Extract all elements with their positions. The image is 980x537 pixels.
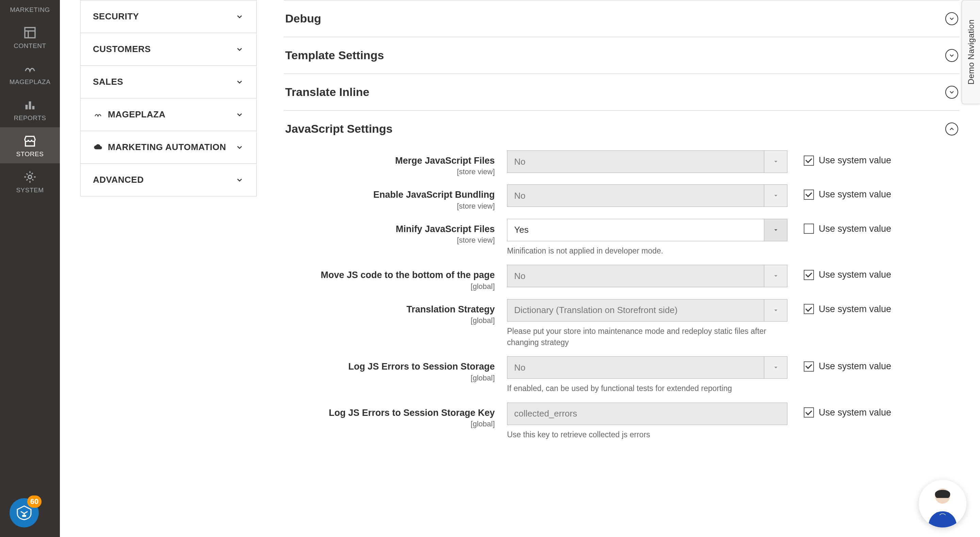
config-tab-mageplaza[interactable]: MAGEPLAZA bbox=[80, 98, 256, 131]
mageplaza-icon bbox=[93, 110, 103, 120]
nav-system[interactable]: SYSTEM bbox=[0, 163, 60, 199]
section-title: Debug bbox=[285, 12, 321, 25]
caret-down-icon bbox=[764, 185, 787, 207]
caret-down-icon bbox=[764, 265, 787, 287]
move-js-select[interactable]: No bbox=[507, 265, 788, 287]
svg-rect-10 bbox=[936, 512, 949, 519]
select-value: Yes bbox=[508, 219, 764, 241]
select-value: No bbox=[508, 357, 764, 378]
use-system-checkbox[interactable] bbox=[804, 270, 814, 280]
field-label: Move JS code to the bottom of the page bbox=[284, 269, 495, 281]
field-scope: [global] bbox=[284, 316, 495, 325]
field-log-js-errors: Log JS Errors to Session Storage [global… bbox=[284, 356, 959, 394]
merge-js-select[interactable]: No bbox=[507, 150, 788, 173]
use-system-checkbox[interactable] bbox=[804, 190, 814, 200]
field-label: Minify JavaScript Files bbox=[284, 223, 495, 235]
expand-icon bbox=[945, 12, 958, 25]
section-toggle-template[interactable]: Template Settings bbox=[284, 37, 959, 73]
minify-js-select[interactable]: Yes bbox=[507, 219, 788, 241]
nav-reports[interactable]: REPORTS bbox=[0, 91, 60, 127]
svg-rect-4 bbox=[29, 101, 31, 109]
use-system-checkbox[interactable] bbox=[804, 223, 814, 234]
field-merge-js: Merge JavaScript Files [store view] No U… bbox=[284, 150, 959, 176]
caret-down-icon bbox=[764, 300, 787, 321]
tab-label-text: SECURITY bbox=[93, 11, 139, 22]
log-js-key-input[interactable] bbox=[507, 403, 788, 425]
config-tab-advanced[interactable]: ADVANCED bbox=[80, 164, 256, 196]
chevron-down-icon bbox=[235, 12, 244, 21]
section-toggle-translate[interactable]: Translate Inline bbox=[284, 74, 959, 110]
main-content: Debug Template Settings Translate Inline… bbox=[267, 0, 980, 537]
nav-mageplaza[interactable]: MAGEPLAZA bbox=[0, 55, 60, 91]
use-system-checkbox[interactable] bbox=[804, 156, 814, 166]
demo-nav-label: Demo Navigation bbox=[966, 19, 976, 85]
field-scope: [store view] bbox=[284, 236, 495, 245]
select-value: No bbox=[508, 151, 764, 172]
translation-strategy-select[interactable]: Dictionary (Translation on Storefront si… bbox=[507, 299, 788, 322]
nav-label: MAGEPLAZA bbox=[10, 78, 51, 86]
gear-icon bbox=[22, 169, 37, 185]
use-system-label: Use system value bbox=[819, 407, 891, 418]
use-system-label: Use system value bbox=[819, 189, 891, 200]
caret-down-icon bbox=[764, 357, 787, 378]
store-icon bbox=[22, 134, 37, 148]
tab-label-text: CUSTOMERS bbox=[93, 44, 151, 54]
admin-leftnav: MARKETING CONTENT MAGEPLAZA REPORTS STOR… bbox=[0, 0, 60, 537]
nav-label: MARKETING bbox=[10, 6, 50, 14]
chevron-down-icon bbox=[235, 110, 244, 119]
svg-rect-3 bbox=[25, 105, 28, 109]
caret-down-icon bbox=[764, 219, 787, 241]
config-tab-marketing-automation[interactable]: MARKETING AUTOMATION bbox=[80, 131, 256, 164]
use-system-checkbox[interactable] bbox=[804, 407, 814, 417]
demo-navigation-toggle[interactable]: Demo Navigation bbox=[962, 0, 980, 104]
field-label: Merge JavaScript Files bbox=[284, 155, 495, 167]
chevron-down-icon bbox=[235, 143, 244, 152]
section-toggle-js[interactable]: JavaScript Settings bbox=[284, 111, 959, 147]
nav-stores[interactable]: STORES bbox=[0, 127, 60, 163]
use-system-label: Use system value bbox=[819, 304, 891, 314]
chevron-down-icon bbox=[235, 175, 244, 185]
js-bundling-select[interactable]: No bbox=[507, 185, 788, 207]
nav-content[interactable]: CONTENT bbox=[0, 19, 60, 55]
field-log-js-key: Log JS Errors to Session Storage Key [gl… bbox=[284, 403, 959, 440]
field-scope: [global] bbox=[284, 374, 495, 382]
field-note: If enabled, can be used by functional te… bbox=[507, 383, 788, 394]
section-title: JavaScript Settings bbox=[285, 122, 393, 135]
field-scope: [store view] bbox=[284, 167, 495, 176]
use-system-checkbox[interactable] bbox=[804, 304, 814, 314]
collapse-icon bbox=[945, 123, 958, 135]
field-minify-js: Minify JavaScript Files [store view] Yes… bbox=[284, 219, 959, 257]
caret-down-icon bbox=[764, 151, 787, 172]
section-toggle-debug[interactable]: Debug bbox=[284, 0, 959, 37]
cloud-icon bbox=[93, 142, 103, 153]
field-label: Log JS Errors to Session Storage bbox=[284, 360, 495, 373]
chevron-down-icon bbox=[235, 45, 244, 54]
field-note: Minification is not applied in developer… bbox=[507, 245, 788, 257]
nav-label: REPORTS bbox=[14, 114, 46, 122]
config-tab-customers[interactable]: CUSTOMERS bbox=[80, 33, 256, 66]
config-tab-security[interactable]: SECURITY bbox=[80, 0, 256, 33]
svg-rect-0 bbox=[25, 27, 35, 38]
barchart-icon bbox=[22, 97, 37, 112]
chevron-down-icon bbox=[235, 78, 244, 86]
nav-marketing[interactable]: MARKETING bbox=[0, 0, 60, 19]
field-label: Log JS Errors to Session Storage Key bbox=[284, 407, 495, 419]
tab-label-text: MARKETING AUTOMATION bbox=[108, 142, 226, 153]
field-label: Translation Strategy bbox=[284, 303, 495, 316]
notification-count: 60 bbox=[27, 496, 41, 508]
mageplaza-icon bbox=[22, 61, 37, 76]
help-launcher[interactable]: 60 bbox=[10, 498, 39, 527]
field-note: Use this key to retrieve collected js er… bbox=[507, 429, 788, 440]
layout-icon bbox=[22, 25, 37, 40]
use-system-label: Use system value bbox=[819, 155, 891, 166]
tab-label-text: SALES bbox=[93, 76, 123, 87]
use-system-checkbox[interactable] bbox=[804, 362, 814, 371]
nav-label: CONTENT bbox=[14, 42, 46, 50]
use-system-label: Use system value bbox=[819, 223, 891, 234]
select-value: Dictionary (Translation on Storefront si… bbox=[508, 300, 764, 321]
log-js-errors-select[interactable]: No bbox=[507, 356, 788, 379]
js-settings-body: Merge JavaScript Files [store view] No U… bbox=[284, 147, 959, 455]
chat-launcher[interactable] bbox=[919, 480, 966, 527]
config-tab-sales[interactable]: SALES bbox=[80, 66, 256, 98]
select-value: No bbox=[508, 185, 764, 207]
